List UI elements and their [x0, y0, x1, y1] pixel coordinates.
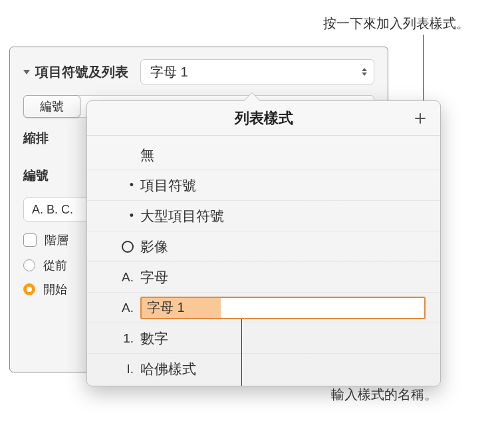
- number-marker: 1.: [114, 331, 140, 346]
- dropdown-value: 字母 1: [150, 63, 188, 81]
- style-item-big-bullet[interactable]: • 大型項目符號: [87, 201, 440, 231]
- callout-name-style: 輸入樣式的名稱。: [331, 386, 438, 404]
- image-marker-icon: [114, 241, 140, 253]
- start-radio[interactable]: [23, 283, 35, 295]
- bullet-icon: •: [114, 178, 140, 192]
- section-title: 項目符號及列表: [35, 63, 128, 81]
- style-item-none[interactable]: 無: [87, 140, 440, 170]
- add-style-button[interactable]: [412, 110, 428, 126]
- popover-title: 列表樣式: [235, 108, 293, 128]
- continue-radio[interactable]: [23, 259, 35, 271]
- style-item-letter-editing[interactable]: A. 字母 1: [87, 293, 440, 323]
- start-label: 開始: [43, 281, 67, 297]
- style-item-number[interactable]: 1. 數字: [87, 323, 440, 354]
- style-label: 無: [140, 146, 426, 164]
- style-label: 數字: [140, 329, 426, 348]
- updown-icon: [362, 68, 367, 76]
- callout-add-style: 按一下來加入列表樣式。: [323, 15, 469, 33]
- list-styles-popover: 列表樣式 無 • 項目符號 • 大型項目符號 影像 A. 字母: [86, 100, 441, 386]
- style-label: 項目符號: [140, 176, 426, 195]
- style-item-harvard[interactable]: I. 哈佛樣式: [87, 354, 440, 384]
- tier-label: 階層: [45, 232, 68, 248]
- style-item-image[interactable]: 影像: [87, 231, 440, 262]
- roman-marker: I.: [114, 362, 140, 376]
- numbering-label: 編號: [23, 168, 49, 182]
- plus-icon: [414, 112, 427, 125]
- letter-marker: A.: [114, 301, 140, 315]
- letter-marker: A.: [114, 270, 140, 285]
- style-name-input[interactable]: 字母 1: [140, 297, 426, 319]
- segment-numbered[interactable]: 編號: [23, 95, 80, 118]
- style-list: 無 • 項目符號 • 大型項目符號 影像 A. 字母 A. 字母 1 1. 數字: [87, 136, 440, 386]
- indent-label: 縮排: [23, 131, 49, 145]
- style-dropdown[interactable]: 字母 1: [140, 59, 374, 84]
- style-item-bullet[interactable]: • 項目符號: [87, 170, 440, 201]
- disclosure-toggle[interactable]: 項目符號及列表: [23, 63, 128, 81]
- style-item-letter[interactable]: A. 字母: [87, 262, 440, 293]
- chevron-down-icon: [23, 70, 30, 74]
- tier-checkbox[interactable]: [23, 233, 37, 247]
- style-label: 大型項目符號: [140, 207, 426, 225]
- bullet-icon: •: [114, 209, 140, 223]
- style-label: 哈佛樣式: [140, 360, 426, 378]
- style-label: 字母: [140, 268, 426, 287]
- format-example: A. B. C.: [32, 203, 73, 217]
- continue-label: 從前: [43, 257, 67, 273]
- callout-line-bottom: [241, 319, 242, 386]
- style-label: 影像: [140, 237, 426, 256]
